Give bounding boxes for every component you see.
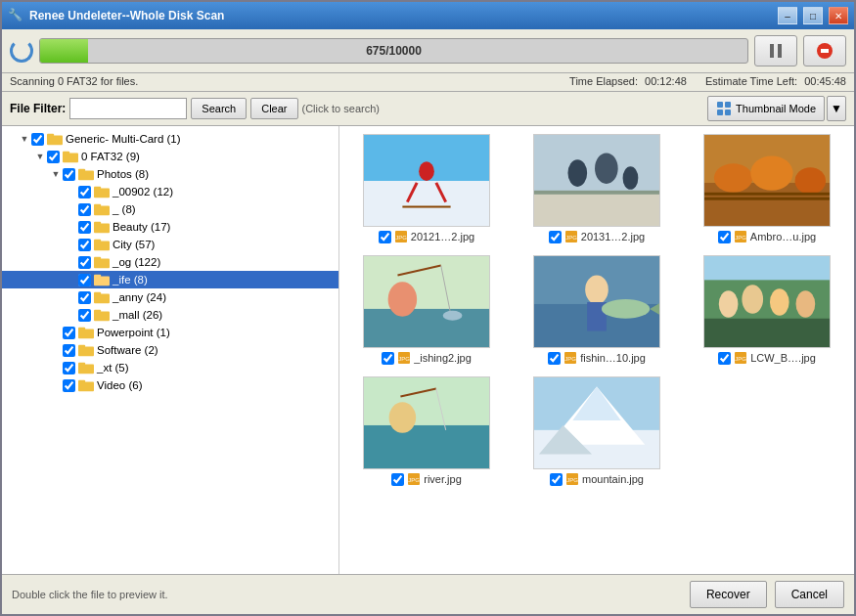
- filter-input[interactable]: [69, 98, 187, 119]
- thumb-checkbox-7[interactable]: [391, 473, 404, 486]
- file-icon-5: JPG: [563, 351, 577, 365]
- checkbox-og[interactable]: [78, 256, 91, 269]
- thumbnail-item-3[interactable]: JPG Ambro…u.jpg: [688, 134, 846, 243]
- thumbnail-img-6: [703, 255, 831, 348]
- checkbox-city[interactable]: [78, 239, 91, 251]
- thumbnail-item-8[interactable]: JPG mountain.jpg: [518, 376, 676, 486]
- minimize-button[interactable]: –: [778, 7, 797, 24]
- tree-item-software[interactable]: Software (2): [2, 341, 338, 359]
- checkbox-photos[interactable]: [63, 168, 75, 181]
- thumb-checkbox-1[interactable]: [379, 231, 391, 243]
- svg-point-73: [585, 275, 608, 304]
- tree-item-city[interactable]: City (57): [2, 236, 338, 253]
- stop-button[interactable]: [803, 35, 846, 66]
- search-button[interactable]: Search: [191, 98, 247, 119]
- pause-button[interactable]: [754, 35, 797, 66]
- svg-point-56: [714, 163, 752, 193]
- thumbnail-item-6[interactable]: JPG LCW_B….jpg: [688, 255, 846, 365]
- svg-rect-4: [717, 102, 723, 108]
- checkbox-fat32[interactable]: [47, 151, 60, 163]
- thumbnail-item-7[interactable]: JPG river.jpg: [347, 376, 506, 486]
- svg-rect-64: [364, 309, 489, 347]
- folder-icon-und: [94, 202, 110, 216]
- thumbnail-mode-button[interactable]: Thumbnail Mode: [707, 96, 825, 121]
- checkbox-mall[interactable]: [78, 309, 91, 322]
- thumbnail-mode-dropdown[interactable]: ▼: [827, 96, 846, 121]
- checkbox-anny[interactable]: [78, 291, 91, 304]
- close-button[interactable]: ✕: [829, 7, 848, 24]
- svg-rect-35: [78, 363, 85, 367]
- tree-item-powerpoint[interactable]: Powerpoint (1): [2, 324, 338, 341]
- tree-label-software: Software (2): [97, 344, 158, 356]
- folder-icon-xt: [78, 361, 94, 374]
- checkbox-beauty[interactable]: [78, 221, 91, 234]
- tree-item-mall[interactable]: _mall (26): [2, 306, 338, 324]
- filter-bar: File Filter: Search Clear (Click to sear…: [2, 92, 854, 126]
- tree-item-fat32[interactable]: ▼ 0 FAT32 (9): [2, 148, 338, 165]
- svg-rect-29: [94, 310, 101, 314]
- svg-point-48: [567, 159, 587, 187]
- tree-label-00902: _00902 (12): [113, 186, 173, 198]
- thumbnail-item-5[interactable]: JPG fishin…10.jpg: [518, 255, 676, 365]
- thumb-filename-3: Ambro…u.jpg: [750, 231, 816, 242]
- checkbox-powerpoint[interactable]: [63, 327, 75, 339]
- svg-point-90: [389, 402, 417, 433]
- tree-item-ife[interactable]: _ife (8): [2, 271, 338, 288]
- status-bar: Scanning 0 FAT32 for files. Time Elapsed…: [2, 73, 854, 92]
- tree-item-photos[interactable]: ▼ Photos (8): [2, 165, 338, 183]
- svg-rect-31: [78, 328, 85, 331]
- thumb-filename-4: _ishing2.jpg: [414, 352, 472, 364]
- checkbox-xt[interactable]: [63, 362, 75, 374]
- arrow-icon: [65, 290, 78, 304]
- checkbox-software[interactable]: [63, 344, 75, 357]
- thumb-checkbox-8[interactable]: [550, 473, 563, 486]
- svg-rect-60: [704, 198, 830, 200]
- tree-item-beauty[interactable]: Beauty (17): [2, 218, 338, 236]
- tree-item-xt[interactable]: _xt (5): [2, 359, 338, 376]
- thumbnail-item-1[interactable]: JPG 20121…2.jpg: [347, 134, 506, 243]
- svg-point-57: [750, 155, 792, 190]
- clear-button[interactable]: Clear: [250, 98, 297, 119]
- folder-icon-beauty: [94, 220, 110, 234]
- tree-item-anny[interactable]: _anny (24): [2, 288, 338, 306]
- tree-item-og[interactable]: _og (122): [2, 253, 338, 271]
- thumbnail-item-2[interactable]: JPG 20131…2.jpg: [518, 134, 676, 243]
- arrow-icon: [65, 273, 78, 286]
- svg-rect-47: [534, 193, 659, 226]
- cancel-button[interactable]: Cancel: [775, 581, 844, 608]
- checkbox-generic[interactable]: [31, 133, 44, 146]
- svg-text:JPG: JPG: [408, 477, 420, 483]
- svg-rect-85: [704, 256, 830, 280]
- thumbnail-label-5: JPG fishin…10.jpg: [548, 351, 646, 365]
- checkbox-ife[interactable]: [78, 274, 91, 286]
- thumb-checkbox-5[interactable]: [548, 352, 561, 365]
- arrow-icon: [65, 308, 78, 322]
- tree-item-video[interactable]: Video (6): [2, 376, 338, 394]
- checkbox-und[interactable]: [78, 203, 91, 216]
- arrow-icon: ▼: [18, 132, 31, 146]
- svg-rect-7: [725, 110, 731, 115]
- thumb-checkbox-2[interactable]: [549, 231, 562, 243]
- time-info: Time Elapsed: 00:12:48 Estimate Time Lef…: [569, 75, 846, 87]
- maximize-button[interactable]: □: [803, 7, 823, 24]
- thumbnail-icon: [716, 101, 732, 116]
- tree-item-00902[interactable]: _00902 (12): [2, 183, 338, 200]
- checkbox-00902[interactable]: [78, 186, 91, 198]
- thumb-checkbox-6[interactable]: [718, 352, 731, 365]
- arrow-icon: [49, 378, 63, 392]
- svg-rect-33: [78, 345, 85, 349]
- thumbnail-item-4[interactable]: JPG _ishing2.jpg: [347, 255, 506, 365]
- tree-item-generic[interactable]: ▼ Generic- Multi-Card (1): [2, 130, 338, 148]
- arrow-icon: [49, 343, 63, 357]
- svg-rect-25: [94, 275, 101, 279]
- checkbox-video[interactable]: [63, 379, 75, 392]
- svg-text:JPG: JPG: [735, 356, 746, 362]
- svg-point-82: [742, 285, 763, 314]
- tree-item-und[interactable]: _ (8): [2, 200, 338, 218]
- file-icon-8: JPG: [565, 472, 579, 486]
- svg-rect-59: [704, 193, 830, 196]
- recover-button[interactable]: Recover: [690, 581, 767, 608]
- thumb-checkbox-3[interactable]: [718, 231, 731, 243]
- thumb-checkbox-4[interactable]: [382, 352, 394, 365]
- svg-rect-13: [78, 169, 85, 173]
